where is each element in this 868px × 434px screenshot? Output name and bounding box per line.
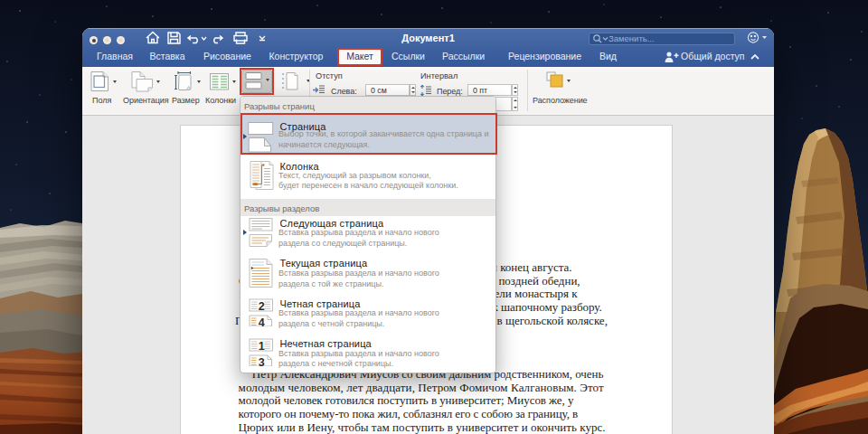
svg-text:3: 3 <box>259 356 265 367</box>
svg-text:1: 1 <box>259 340 265 353</box>
svg-text:2: 2 <box>259 300 265 313</box>
svg-text:4: 4 <box>259 316 265 327</box>
